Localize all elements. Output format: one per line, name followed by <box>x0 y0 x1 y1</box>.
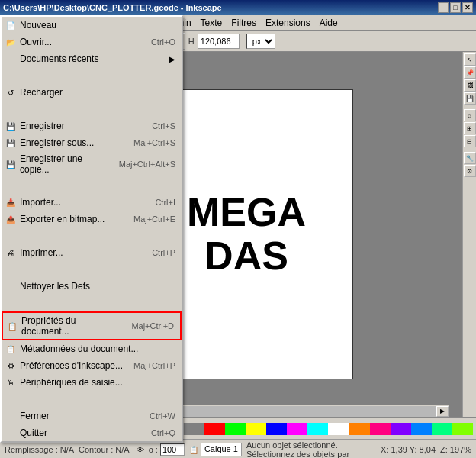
zoom-value: 197% <box>450 445 471 454</box>
menu-nouveau[interactable]: 📄 Nouveau <box>2 17 182 34</box>
doc-text-line2: DAS <box>204 234 288 278</box>
right-tool-3[interactable]: 🖼 <box>464 79 476 92</box>
sep4 <box>2 227 182 244</box>
opacity-section: 👁 o : <box>134 443 185 456</box>
coord-x-value: 1,39 <box>391 445 407 454</box>
enregistrer-sous-label: Enregistrer sous... <box>20 137 127 148</box>
menu-proprietes[interactable]: 📋 Propriétés du document... Maj+Ctrl+D <box>2 311 182 340</box>
preferences-shortcut: Maj+Ctrl+P <box>133 361 175 370</box>
fermer-shortcut: Ctrl+W <box>150 411 175 421</box>
color-swatch[interactable] <box>391 423 411 435</box>
menu-aide[interactable]: Aide <box>315 15 343 31</box>
proprietes-icon: 📋 <box>6 320 18 332</box>
maximize-button[interactable]: □ <box>450 2 461 13</box>
color-swatch[interactable] <box>370 423 391 435</box>
color-swatch[interactable] <box>266 423 287 435</box>
menu-nettoyer[interactable]: Nettoyer les Defs <box>2 278 182 295</box>
right-toolbar: ↖ 📌 🖼 💾 ⌕ ⊞ ⊟ 🔧 ⚙ <box>462 52 476 417</box>
metadonnees-icon: 📋 <box>5 343 17 355</box>
color-swatch[interactable] <box>307 423 328 435</box>
stroke-section: Contour : N/A <box>79 445 130 454</box>
fermer-label: Fermer <box>20 411 143 421</box>
menu-preferences[interactable]: ⚙ Préférences d'Inkscape... Maj+Ctrl+P <box>2 357 182 374</box>
menu-enregistrer-sous[interactable]: 💾 Enregistrer sous... Maj+Ctrl+S <box>2 134 182 151</box>
fill-value: N/A <box>60 445 74 454</box>
quitter-icon <box>5 427 17 439</box>
enregistrer-icon: 💾 <box>5 120 17 132</box>
enregistrer-sous-shortcut: Maj+Ctrl+S <box>133 138 175 147</box>
importer-shortcut: Ctrl+I <box>155 198 175 207</box>
color-swatch[interactable] <box>246 423 266 435</box>
nettoyer-label: Nettoyer les Defs <box>20 281 175 292</box>
nouveau-icon: 📄 <box>5 19 17 31</box>
sep5 <box>2 261 182 278</box>
status-coords: X: 1,39 Y: 8,04 <box>381 445 436 454</box>
menu-texte[interactable]: Texte <box>196 15 227 31</box>
right-tool-2[interactable]: 📌 <box>464 66 476 79</box>
ouvrir-icon: 📂 <box>5 36 17 48</box>
proprietes-shortcut: Maj+Ctrl+D <box>131 321 174 331</box>
right-tool-7[interactable]: ⊟ <box>464 135 476 147</box>
color-swatch[interactable] <box>349 423 370 435</box>
enregistrer-copie-label: Enregistrer une copie... <box>20 153 113 175</box>
peripheriques-label: Périphériques de saisie... <box>20 377 175 388</box>
coord-y-label: Y: <box>410 445 417 454</box>
minimize-button[interactable]: ─ <box>438 2 449 13</box>
menu-enregistrer-copie[interactable]: 💾 Enregistrer une copie... Maj+Ctrl+Alt+… <box>2 151 182 177</box>
menu-extensions[interactable]: Extensions <box>261 15 315 31</box>
color-swatch[interactable] <box>328 423 349 435</box>
menu-imprimer[interactable]: 🖨 Imprimer... Ctrl+P <box>2 244 182 261</box>
right-tool-8[interactable]: 🔧 <box>464 152 476 164</box>
color-swatch[interactable] <box>225 423 246 435</box>
menu-importer[interactable]: 📥 Importer... Ctrl+I <box>2 194 182 211</box>
sep1 <box>2 67 182 84</box>
color-swatch[interactable] <box>287 423 307 435</box>
metadonnees-label: Métadonnées du document... <box>20 344 175 354</box>
color-swatch[interactable] <box>452 423 473 435</box>
right-tool-6[interactable]: ⊞ <box>464 122 476 134</box>
enregistrer-label: Enregistrer <box>20 121 146 131</box>
layer-section: 📋 Calque 1 <box>189 443 242 456</box>
menu-docs-recents[interactable]: Documents récents ▶ <box>2 50 182 67</box>
unit-select[interactable]: px mm cm <box>246 34 275 49</box>
menu-peripheriques[interactable]: 🖱 Périphériques de saisie... <box>2 374 182 391</box>
menu-exporter[interactable]: 📤 Exporter en bitmap... Maj+Ctrl+E <box>2 211 182 227</box>
status-message: Aucun objet sélectionné. Sélectionnez de… <box>246 440 376 458</box>
h-input[interactable] <box>198 34 240 49</box>
docs-recents-label: Documents récents <box>20 53 166 64</box>
peripheriques-icon: 🖱 <box>5 376 17 389</box>
right-tool-5[interactable]: ⌕ <box>464 109 476 121</box>
menu-quitter[interactable]: Quitter Ctrl+Q <box>2 424 182 441</box>
opacity-input[interactable] <box>160 443 185 456</box>
sep2 <box>2 101 182 118</box>
scroll-right-button[interactable]: ▶ <box>436 406 449 417</box>
right-tool-4[interactable]: 💾 <box>464 92 476 105</box>
color-swatch[interactable] <box>432 423 452 435</box>
right-tool-9[interactable]: ⚙ <box>464 165 476 177</box>
exporter-label: Exporter en bitmap... <box>20 214 127 224</box>
titlebar: C:\Users\HP\Desktop\CNC_PLOTTER.gcode - … <box>0 0 476 15</box>
close-button[interactable]: ✕ <box>462 2 473 13</box>
color-swatch[interactable] <box>204 423 225 435</box>
enregistrer-sous-icon: 💾 <box>5 137 17 149</box>
menu-recharger[interactable]: ↺ Recharger <box>2 84 182 101</box>
zoom-label: Z: <box>440 445 448 454</box>
right-tool-1[interactable]: ↖ <box>464 53 476 66</box>
menu-fermer[interactable]: Fermer Ctrl+W <box>2 408 182 424</box>
opacity-icon: 👁 <box>134 443 146 456</box>
color-swatch[interactable] <box>184 423 204 435</box>
menu-filtres[interactable]: Filtres <box>227 15 261 31</box>
exporter-icon: 📤 <box>5 213 17 225</box>
color-swatch[interactable] <box>411 423 432 435</box>
fill-label: Remplissage : <box>5 445 58 454</box>
layer-select[interactable]: Calque 1 <box>201 443 242 456</box>
menu-enregistrer[interactable]: 💾 Enregistrer Ctrl+S <box>2 118 182 134</box>
preferences-label: Préférences d'Inkscape... <box>20 360 127 371</box>
menu-metadonnees[interactable]: 📋 Métadonnées du document... <box>2 340 182 357</box>
enregistrer-copie-icon: 💾 <box>5 158 17 170</box>
fill-section: Remplissage : N/A <box>5 445 74 454</box>
zoom-level: Z: 197% <box>440 445 471 454</box>
preferences-icon: ⚙ <box>5 360 17 372</box>
menu-ouvrir[interactable]: 📂 Ouvrir... Ctrl+O <box>2 34 182 50</box>
edition-dropdown: 📄 Nouveau 📂 Ouvrir... Ctrl+O Documents r… <box>0 15 183 443</box>
